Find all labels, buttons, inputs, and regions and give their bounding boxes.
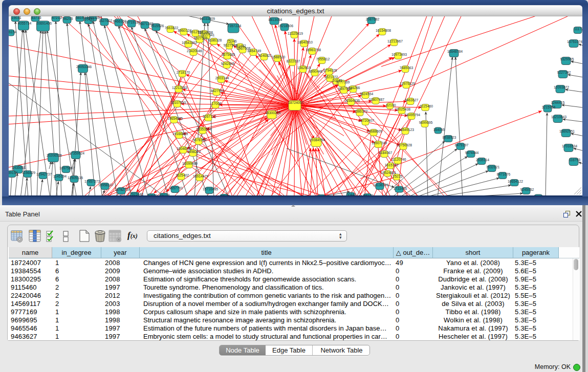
svg-text:25225: 25225 bbox=[393, 174, 403, 178]
svg-text:9242845: 9242845 bbox=[221, 62, 235, 65]
svg-text:15692951: 15692951 bbox=[559, 129, 575, 133]
svg-text:17016534: 17016534 bbox=[562, 144, 577, 148]
svg-text:13325419: 13325419 bbox=[288, 32, 303, 35]
svg-text:9146821: 9146821 bbox=[258, 54, 272, 57]
svg-text:20691406: 20691406 bbox=[36, 21, 52, 25]
svg-text:1145194: 1145194 bbox=[53, 174, 67, 178]
svg-text:16210643: 16210643 bbox=[551, 115, 567, 119]
svg-text:10973493: 10973493 bbox=[391, 53, 407, 56]
svg-text:8813054: 8813054 bbox=[269, 18, 282, 21]
svg-text:3267110: 3267110 bbox=[203, 115, 216, 118]
svg-text:75346: 75346 bbox=[227, 39, 237, 43]
svg-text:10958107: 10958107 bbox=[98, 183, 114, 187]
svg-text:5678334: 5678334 bbox=[193, 138, 207, 142]
svg-text:20206536: 20206536 bbox=[47, 154, 62, 157]
svg-text:19218506: 19218506 bbox=[278, 24, 293, 28]
svg-text:7663822: 7663822 bbox=[165, 26, 179, 30]
svg-text:746266: 746266 bbox=[349, 86, 360, 90]
svg-text:16648784: 16648784 bbox=[447, 50, 463, 53]
svg-text:7625402: 7625402 bbox=[176, 173, 189, 177]
svg-text:19654985: 19654985 bbox=[167, 117, 183, 120]
svg-text:47213: 47213 bbox=[52, 16, 62, 19]
svg-text:20364436: 20364436 bbox=[344, 99, 360, 102]
svg-text:7515526: 7515526 bbox=[150, 24, 164, 28]
svg-text:1527602: 1527602 bbox=[99, 19, 113, 23]
svg-text:4055714: 4055714 bbox=[18, 21, 32, 25]
svg-text:13353594: 13353594 bbox=[196, 127, 211, 131]
svg-text:83715: 83715 bbox=[32, 16, 41, 19]
svg-text:164095: 164095 bbox=[433, 128, 445, 132]
svg-text:3498222: 3498222 bbox=[187, 150, 201, 154]
svg-text:3215958: 3215958 bbox=[542, 105, 556, 109]
svg-text:16033809: 16033809 bbox=[200, 17, 215, 20]
svg-text:2087682: 2087682 bbox=[366, 17, 380, 21]
svg-text:16961758: 16961758 bbox=[306, 48, 321, 52]
svg-text:1244415: 1244415 bbox=[551, 101, 565, 104]
svg-text:2935114: 2935114 bbox=[476, 158, 489, 162]
svg-text:17957273: 17957273 bbox=[84, 180, 100, 183]
svg-text:8186328: 8186328 bbox=[208, 38, 222, 42]
svg-text:9115460: 9115460 bbox=[420, 104, 433, 108]
svg-text:29053346: 29053346 bbox=[76, 65, 92, 69]
svg-text:10543362: 10543362 bbox=[182, 41, 197, 45]
svg-text:2903144: 2903144 bbox=[215, 76, 229, 80]
svg-text:8454749: 8454749 bbox=[248, 49, 262, 53]
svg-text:62160: 62160 bbox=[386, 103, 396, 107]
svg-text:96205: 96205 bbox=[63, 17, 73, 20]
svg-text:19166825: 19166825 bbox=[172, 132, 188, 136]
svg-text:19031: 19031 bbox=[12, 16, 21, 19]
svg-text:2718170: 2718170 bbox=[177, 71, 190, 74]
svg-text:18724007: 18724007 bbox=[288, 101, 303, 104]
svg-text:23420046: 23420046 bbox=[187, 49, 202, 53]
svg-text:15720407: 15720407 bbox=[359, 119, 374, 122]
svg-text:9245052: 9245052 bbox=[520, 188, 534, 191]
svg-text:20756928: 20756928 bbox=[397, 143, 412, 147]
svg-text:18907249: 18907249 bbox=[372, 141, 387, 145]
svg-text:9327508: 9327508 bbox=[224, 43, 237, 47]
svg-text:8990448: 8990448 bbox=[309, 70, 323, 73]
svg-text:6479197: 6479197 bbox=[455, 143, 469, 147]
svg-text:116753: 116753 bbox=[569, 158, 580, 162]
svg-text:15716485: 15716485 bbox=[203, 187, 218, 191]
svg-text:17006: 17006 bbox=[212, 102, 222, 105]
svg-text:3824554: 3824554 bbox=[360, 92, 374, 96]
svg-text:16099489: 16099489 bbox=[182, 162, 198, 165]
svg-text:12213383: 12213383 bbox=[172, 86, 187, 90]
svg-text:18300295: 18300295 bbox=[265, 111, 280, 115]
svg-text:9777169: 9777169 bbox=[336, 80, 350, 84]
svg-text:9699695: 9699695 bbox=[419, 121, 433, 124]
svg-text:7357224: 7357224 bbox=[228, 24, 242, 28]
svg-text:8938923: 8938923 bbox=[443, 136, 456, 139]
svg-text:17359924: 17359924 bbox=[69, 151, 84, 155]
svg-text:16914479: 16914479 bbox=[193, 174, 208, 178]
svg-text:18640910: 18640910 bbox=[297, 40, 313, 44]
svg-text:9463627: 9463627 bbox=[405, 98, 419, 102]
svg-text:9227342: 9227342 bbox=[557, 71, 571, 74]
svg-text:8427552: 8427552 bbox=[211, 89, 225, 93]
svg-text:76154: 76154 bbox=[9, 30, 17, 34]
svg-text:1588520: 1588520 bbox=[272, 55, 286, 59]
svg-text:1362615: 1362615 bbox=[297, 66, 311, 70]
svg-text:7632621: 7632621 bbox=[486, 165, 500, 169]
svg-text:1615132: 1615132 bbox=[385, 163, 399, 167]
svg-text:10688609: 10688609 bbox=[367, 129, 382, 133]
svg-text:19384554: 19384554 bbox=[310, 138, 325, 142]
svg-text:9327509: 9327509 bbox=[194, 36, 208, 40]
svg-text:11120746: 11120746 bbox=[391, 158, 406, 161]
svg-text:10654122: 10654122 bbox=[508, 180, 523, 183]
svg-text:9184067: 9184067 bbox=[379, 151, 393, 155]
svg-text:3675685: 3675685 bbox=[222, 53, 235, 56]
svg-text:9657791: 9657791 bbox=[169, 186, 183, 190]
svg-text:1435061: 1435061 bbox=[12, 166, 26, 169]
svg-text:1156829: 1156829 bbox=[22, 171, 35, 174]
svg-text:12213967: 12213967 bbox=[387, 39, 403, 43]
svg-text:10807487: 10807487 bbox=[369, 98, 384, 101]
svg-text:14136141: 14136141 bbox=[373, 183, 388, 187]
svg-text:10025438: 10025438 bbox=[395, 107, 410, 111]
svg-text:7485063: 7485063 bbox=[400, 66, 413, 70]
svg-text:8471676: 8471676 bbox=[497, 172, 511, 176]
svg-text:9474444: 9474444 bbox=[465, 151, 479, 155]
svg-text:18495794: 18495794 bbox=[405, 113, 420, 117]
svg-text:9329965: 9329965 bbox=[560, 57, 574, 61]
svg-text:1733426: 1733426 bbox=[394, 187, 407, 190]
